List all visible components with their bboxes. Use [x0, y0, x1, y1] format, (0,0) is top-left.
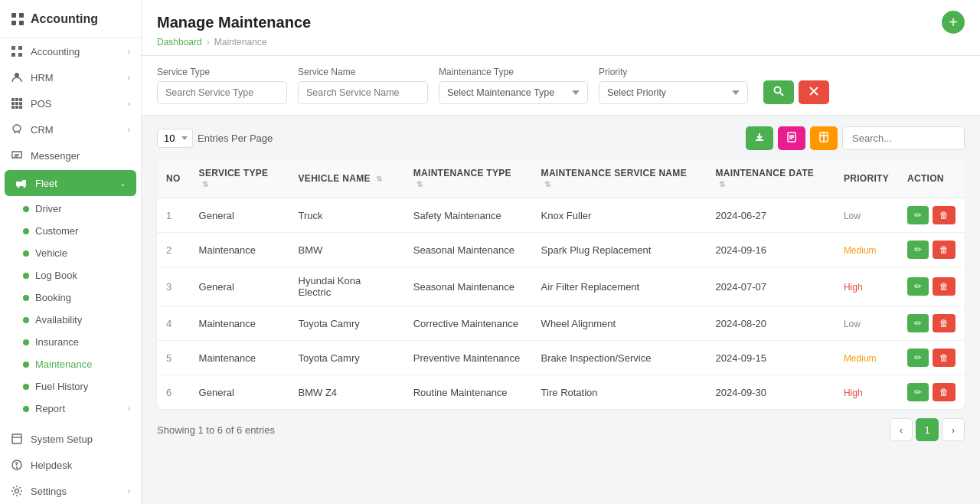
service-name-input[interactable]: [298, 81, 428, 104]
cell-action: ✏ 🗑: [898, 375, 965, 410]
col-priority: PRIORITY: [835, 159, 898, 198]
cell-priority: Low: [835, 306, 898, 341]
svg-rect-5: [18, 46, 22, 50]
svg-point-20: [18, 185, 20, 188]
export-pdf-button[interactable]: [778, 126, 805, 150]
pagination: ‹ 1 ›: [890, 418, 965, 441]
sidebar-subitem-report[interactable]: Report ›: [0, 398, 141, 420]
cell-no: 3: [157, 267, 190, 306]
sidebar-label-accounting: Accounting: [31, 46, 80, 57]
sidebar-item-accounting[interactable]: Accounting ›: [0, 38, 141, 64]
filter-priority-label: Priority: [599, 67, 748, 77]
delete-button[interactable]: 🗑: [933, 314, 956, 332]
edit-button[interactable]: ✏: [907, 241, 929, 259]
sidebar-subitem-insurance[interactable]: Insurance: [0, 331, 141, 353]
sidebar-subitem-label: Vehicle: [35, 247, 67, 259]
dot-icon: [23, 295, 29, 301]
dot-icon: [23, 339, 29, 345]
sidebar-item-settings[interactable]: Settings ›: [0, 478, 141, 504]
page-title: Manage Maintenance: [157, 14, 311, 31]
delete-button[interactable]: 🗑: [933, 383, 956, 401]
edit-button[interactable]: ✏: [907, 277, 929, 296]
svg-rect-11: [19, 98, 22, 101]
svg-rect-13: [15, 102, 18, 105]
sidebar-item-crm[interactable]: CRM ›: [0, 116, 141, 142]
edit-button[interactable]: ✏: [907, 383, 929, 401]
edit-button[interactable]: ✏: [907, 349, 929, 367]
filter-service-type: Service Type: [157, 67, 287, 104]
action-buttons: ✏ 🗑: [907, 277, 956, 296]
svg-rect-19: [22, 180, 26, 186]
sidebar-label-system-setup: System Setup: [31, 434, 93, 445]
chevron-icon: ›: [128, 404, 130, 413]
filter-reset-button[interactable]: [799, 80, 829, 104]
prev-page-button[interactable]: ‹: [890, 418, 913, 441]
table-search-input[interactable]: [842, 126, 965, 150]
entries-select[interactable]: 10 25 50: [157, 129, 193, 148]
svg-rect-14: [19, 102, 22, 105]
cell-service-type: Maintenance: [190, 306, 289, 341]
cell-vehicle-name: BMW: [289, 233, 404, 267]
entries-label: Entries Per Page: [198, 133, 273, 144]
cell-action: ✏ 🗑: [898, 306, 965, 341]
sidebar-subitem-vehicle[interactable]: Vehicle: [0, 242, 141, 264]
sidebar-subitem-logbook[interactable]: Log Book: [0, 264, 141, 286]
svg-rect-16: [15, 106, 18, 109]
cell-vehicle-name: BMW Z4: [289, 375, 404, 410]
table-row: 2 Maintenance BMW Seasonal Maintenance S…: [157, 233, 965, 267]
cell-maintenance-type: Safety Maintenance: [404, 198, 532, 233]
service-type-input[interactable]: [157, 81, 287, 104]
cell-service-name: Wheel Alignment: [532, 306, 707, 341]
svg-rect-3: [19, 21, 24, 25]
svg-rect-7: [18, 53, 22, 57]
sidebar-subitem-customer[interactable]: Customer: [0, 220, 141, 242]
delete-button[interactable]: 🗑: [933, 206, 956, 224]
edit-button[interactable]: ✏: [907, 314, 929, 332]
add-maintenance-button[interactable]: +: [942, 11, 965, 34]
sidebar-subitem-availability[interactable]: Availability: [0, 309, 141, 331]
sidebar-item-system-setup[interactable]: System Setup: [0, 426, 141, 452]
excel-icon: [818, 132, 829, 142]
dot-icon: [23, 206, 29, 212]
sidebar-label-messenger: Messenger: [31, 150, 80, 162]
cell-maintenance-type: Seasonal Maintenance: [404, 233, 532, 267]
messenger-icon: [11, 149, 23, 162]
page-1-button[interactable]: 1: [916, 418, 939, 441]
delete-button[interactable]: 🗑: [933, 349, 956, 367]
sidebar-item-fleet[interactable]: Fleet ⌄: [5, 170, 136, 196]
export-download-button[interactable]: [746, 126, 773, 150]
sidebar-label-helpdesk: Helpdesk: [31, 460, 72, 471]
sidebar-subitem-maintenance[interactable]: Maintenance: [0, 353, 141, 375]
sidebar-item-helpdesk[interactable]: Helpdesk: [0, 452, 141, 478]
hrm-icon: [11, 71, 23, 83]
download-icon: [754, 132, 765, 142]
breadcrumb: Dashboard › Maintenance: [157, 34, 965, 55]
system-icon: [11, 433, 23, 445]
priority-select[interactable]: Select Priority Low Medium High: [599, 81, 748, 104]
breadcrumb-dashboard[interactable]: Dashboard: [157, 37, 202, 47]
next-page-button[interactable]: ›: [942, 418, 965, 441]
table-area: 10 25 50 Entries Per Page: [142, 116, 980, 504]
sidebar-item-hrm[interactable]: HRM ›: [0, 64, 141, 90]
table-header-row: NO SERVICE TYPE ⇅ VEHICLE NAME ⇅ MAINTEN…: [157, 159, 965, 198]
sidebar-item-messenger[interactable]: Messenger: [0, 142, 141, 169]
sidebar-subitem-driver[interactable]: Driver: [0, 198, 141, 220]
svg-rect-2: [11, 21, 16, 25]
cell-date: 2024-09-30: [707, 375, 835, 410]
delete-button[interactable]: 🗑: [933, 241, 956, 259]
edit-button[interactable]: ✏: [907, 206, 929, 224]
filter-search-button[interactable]: [763, 80, 794, 104]
action-buttons: ✏ 🗑: [907, 383, 956, 401]
col-action: ACTION: [898, 159, 965, 198]
cell-date: 2024-08-20: [707, 306, 835, 341]
maintenance-type-select[interactable]: Select Maintenance Type Safety Maintenan…: [439, 81, 588, 104]
export-excel-button[interactable]: [810, 126, 838, 150]
sort-icon: ⇅: [202, 180, 208, 188]
svg-point-25: [17, 467, 18, 468]
sidebar-subitem-fuel-history[interactable]: Fuel History: [0, 375, 141, 398]
sidebar-subitem-booking[interactable]: Booking: [0, 286, 141, 309]
sidebar-item-pos[interactable]: POS ›: [0, 90, 141, 116]
delete-button[interactable]: 🗑: [933, 277, 956, 296]
svg-rect-22: [12, 434, 21, 443]
cell-service-name: Air Filter Replacement: [532, 267, 707, 306]
